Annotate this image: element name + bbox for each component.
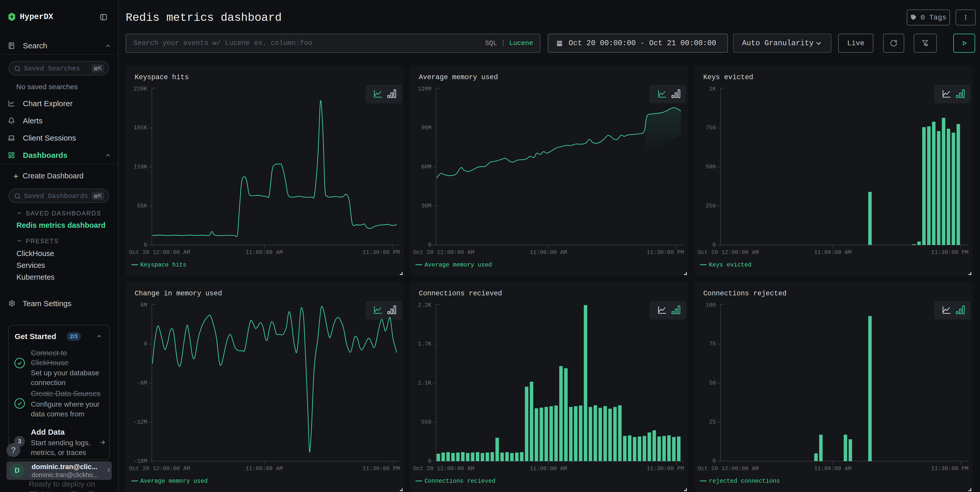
svg-text:11:30:00 PM: 11:30:00 PM [931, 249, 969, 256]
svg-text:2.2K: 2.2K [418, 302, 432, 309]
svg-text:Average memory used: Average memory used [140, 478, 208, 484]
svg-text:Keys evicted: Keys evicted [709, 262, 752, 268]
svg-text:11:30:00 PM: 11:30:00 PM [647, 249, 684, 256]
svg-text:0: 0 [144, 341, 147, 347]
svg-text:-12M: -12M [134, 419, 147, 425]
svg-text:Connections rejected: Connections rejected [703, 290, 786, 298]
svg-text:0: 0 [713, 242, 716, 248]
svg-text:1.7K: 1.7K [418, 341, 432, 347]
svg-text:Connections recieved: Connections recieved [425, 478, 495, 484]
svg-text:-18M: -18M [134, 458, 147, 465]
svg-text:500: 500 [706, 164, 716, 170]
svg-text:11:00:00 AM: 11:00:00 AM [814, 249, 851, 256]
svg-text:Oct 20 12:00:00 AM: Oct 20 12:00:00 AM [698, 465, 759, 472]
svg-text:100: 100 [706, 302, 716, 309]
svg-text:11:30:00 PM: 11:30:00 PM [931, 465, 969, 472]
svg-text:50: 50 [709, 380, 716, 386]
svg-text:220K: 220K [134, 86, 148, 92]
svg-text:11:30:00 PM: 11:30:00 PM [363, 249, 400, 256]
svg-text:11:00:00 AM: 11:00:00 AM [245, 465, 283, 472]
svg-text:11:00:00 AM: 11:00:00 AM [530, 465, 567, 472]
svg-text:55K: 55K [137, 203, 147, 209]
svg-text:1.1K: 1.1K [418, 380, 432, 386]
svg-text:11:00:00 AM: 11:00:00 AM [814, 465, 851, 472]
svg-text:Oct 20 12:00:00 AM: Oct 20 12:00:00 AM [413, 465, 474, 472]
svg-text:250: 250 [706, 203, 716, 209]
svg-text:6M: 6M [140, 302, 147, 309]
svg-text:11:30:00 PM: 11:30:00 PM [363, 465, 400, 472]
svg-text:Oct 20 12:00:00 AM: Oct 20 12:00:00 AM [129, 249, 190, 256]
svg-text:550: 550 [421, 419, 431, 425]
svg-text:165K: 165K [134, 125, 148, 131]
svg-text:Oct 20 12:00:00 AM: Oct 20 12:00:00 AM [698, 249, 759, 256]
svg-text:Oct 20 12:00:00 AM: Oct 20 12:00:00 AM [413, 249, 474, 256]
svg-text:rejected connections: rejected connections [709, 478, 780, 484]
svg-text:0: 0 [713, 458, 716, 465]
svg-text:30M: 30M [421, 203, 431, 209]
svg-text:0: 0 [428, 458, 431, 465]
svg-text:Average memory used: Average memory used [425, 262, 492, 268]
svg-text:90M: 90M [421, 125, 431, 131]
svg-text:25: 25 [709, 419, 716, 425]
svg-text:110K: 110K [134, 164, 148, 170]
svg-text:60M: 60M [421, 164, 431, 170]
svg-text:750: 750 [706, 125, 716, 131]
svg-text:Keys evicted: Keys evicted [703, 73, 753, 81]
svg-text:11:30:00 PM: 11:30:00 PM [647, 465, 684, 472]
svg-text:11:00:00 AM: 11:00:00 AM [245, 249, 283, 256]
svg-text:Connections recieved: Connections recieved [419, 290, 502, 298]
svg-text:0: 0 [144, 242, 147, 248]
svg-text:75: 75 [709, 341, 716, 347]
svg-text:1K: 1K [709, 86, 716, 92]
svg-text:Oct 20 12:00:00 AM: Oct 20 12:00:00 AM [129, 465, 190, 472]
svg-text:Average memory used: Average memory used [419, 73, 498, 81]
svg-text:Keyspace hits: Keyspace hits [140, 262, 186, 268]
svg-text:120M: 120M [418, 86, 431, 92]
svg-text:0: 0 [428, 242, 431, 248]
svg-text:Change in memory used: Change in memory used [135, 290, 222, 298]
svg-text:Keyspace hits: Keyspace hits [135, 73, 189, 81]
svg-text:11:00:00 AM: 11:00:00 AM [530, 249, 567, 256]
svg-text:-6M: -6M [137, 380, 147, 386]
